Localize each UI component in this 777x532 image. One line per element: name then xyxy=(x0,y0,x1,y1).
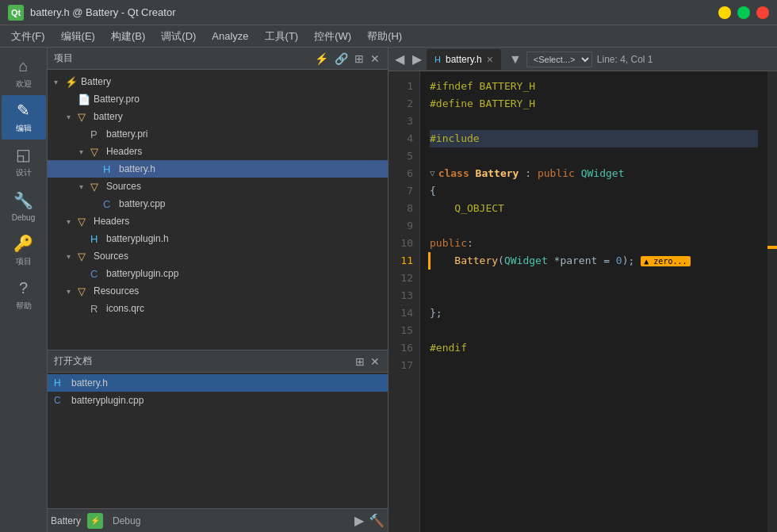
tree-expand-arrow[interactable]: ▾ xyxy=(67,217,78,226)
left-column: 项目 ⚡ 🔗 ⊞ ✕ ▾⚡Battery📄Battery.pro▾▽batter… xyxy=(48,48,388,532)
tree-item-label: Sources xyxy=(94,251,128,262)
symbol-selector[interactable]: <Select...> xyxy=(526,52,592,67)
tree-expand-arrow[interactable]: ▾ xyxy=(54,78,65,86)
open-docs-split-button[interactable]: ⊞ xyxy=(354,354,366,369)
app-icon: Qt xyxy=(8,5,24,21)
run-button[interactable]: ▶ xyxy=(354,513,364,528)
link-button[interactable]: 🔗 xyxy=(333,51,350,67)
battery-icon: ⚡ xyxy=(87,513,103,529)
editor-area: ◀ ▶ H battery.h × ▼ <Select...> Line: 4,… xyxy=(388,48,777,532)
code-line: #endif xyxy=(430,339,758,357)
sidebar-item-project[interactable]: 🔑项目 xyxy=(2,228,46,273)
tab-close-button[interactable]: × xyxy=(487,53,493,66)
line-col-info: Line: 4, Col 1 xyxy=(594,54,656,65)
tree-item[interactable]: ▾▽Sources xyxy=(48,178,388,195)
warning-indicator xyxy=(428,252,431,270)
sidebar-item-design[interactable]: ◱设计 xyxy=(2,140,46,184)
tree-item[interactable]: Hbatteryplugin.h xyxy=(48,230,388,247)
tree-expand-arrow[interactable]: ▾ xyxy=(67,287,78,296)
code-line xyxy=(430,270,758,287)
sidebar-label-design: 设计 xyxy=(16,167,32,178)
tree-item[interactable]: Cbattery.cpp xyxy=(48,195,388,212)
file-type-icon: H xyxy=(103,163,116,175)
tree-item-label: Headers xyxy=(106,146,142,157)
tree-item[interactable]: ▾⚡Battery xyxy=(48,73,388,90)
left-top: 项目 ⚡ 🔗 ⊞ ✕ ▾⚡Battery📄Battery.pro▾▽batter… xyxy=(48,48,388,350)
help-icon: ? xyxy=(19,279,28,297)
tab-menu-button[interactable]: ▼ xyxy=(506,51,525,68)
debug-icon: 🔧 xyxy=(13,191,33,210)
doc-file-icon: H xyxy=(54,377,67,388)
tree-item-label: batteryplugin.h xyxy=(106,233,169,244)
code-line: #ifndef BATTERY_H xyxy=(430,78,758,95)
doc-item-label: battery.h xyxy=(71,377,108,388)
menu-item-e[interactable]: 编辑(E) xyxy=(53,26,103,47)
menu-item-b[interactable]: 构建(B) xyxy=(103,26,153,47)
sidebar-item-welcome[interactable]: ⌂欢迎 xyxy=(2,51,46,95)
warning-badge[interactable]: ▲ zero... xyxy=(641,256,690,266)
tree-item[interactable]: Ricons.qrc xyxy=(48,300,388,317)
file-type-icon: P xyxy=(90,128,103,140)
line-number: 7 xyxy=(388,182,413,200)
menu-item-d[interactable]: 调试(D) xyxy=(153,26,204,47)
file-type-icon: C xyxy=(103,198,116,210)
tree-item[interactable]: ▾▽Resources xyxy=(48,282,388,300)
back-button[interactable]: ◀ xyxy=(392,50,408,68)
tree-item-label: Resources xyxy=(94,285,139,297)
tree-item-label: Battery xyxy=(81,76,111,87)
menu-item-t[interactable]: 工具(T) xyxy=(257,26,307,47)
menu-item-f[interactable]: 文件(F) xyxy=(3,26,53,47)
menu-item-h[interactable]: 帮助(H) xyxy=(359,26,410,47)
code-line: { xyxy=(430,182,758,200)
tree-item[interactable]: 📄Battery.pro xyxy=(48,90,388,108)
close-panel-button[interactable]: ✕ xyxy=(369,51,381,67)
editor-tab-battery-h[interactable]: H battery.h × xyxy=(427,49,501,70)
sidebar-item-edit[interactable]: ✎编辑 xyxy=(2,95,46,140)
fold-arrow-icon[interactable]: ▽ xyxy=(430,165,435,182)
left-sidebar: ⌂欢迎✎编辑◱设计🔧Debug🔑项目?帮助 xyxy=(0,48,48,532)
filter-button[interactable]: ⚡ xyxy=(313,51,330,67)
code-line: ▽class Battery : public QWidget xyxy=(430,165,758,182)
split-button[interactable]: ⊞ xyxy=(353,51,366,67)
sidebar-item-help[interactable]: ?帮助 xyxy=(2,273,46,317)
edit-icon: ✎ xyxy=(17,101,30,120)
editor-tabs: ◀ ▶ H battery.h × ▼ <Select...> Line: 4,… xyxy=(388,48,777,71)
sidebar-item-debug[interactable]: 🔧Debug xyxy=(2,184,46,228)
tree-item[interactable]: ▾▽battery xyxy=(48,108,388,125)
file-type-icon: ⚡ xyxy=(65,76,78,88)
open-doc-item[interactable]: Hbattery.h xyxy=(48,374,388,392)
battery-label: Battery xyxy=(51,515,81,526)
open-doc-item[interactable]: Cbatteryplugin.cpp xyxy=(48,392,388,409)
line-number: 13 xyxy=(388,287,413,304)
tree-expand-arrow[interactable]: ▾ xyxy=(79,147,90,156)
tree-expand-arrow[interactable]: ▾ xyxy=(67,113,78,121)
line-number: 9 xyxy=(388,217,413,235)
line-number: 11 xyxy=(388,252,413,270)
forward-button[interactable]: ▶ xyxy=(409,50,425,68)
maximize-button[interactable] xyxy=(737,6,750,19)
tree-item[interactable]: Cbatteryplugin.cpp xyxy=(48,265,388,282)
open-docs-close-button[interactable]: ✕ xyxy=(369,354,381,369)
close-button[interactable] xyxy=(756,6,769,19)
tree-item[interactable]: Pbattery.pri xyxy=(48,125,388,143)
tree-item[interactable]: ▾▽Headers xyxy=(48,212,388,230)
project-tree: ▾⚡Battery📄Battery.pro▾▽batteryPbattery.p… xyxy=(48,70,388,350)
tree-item-label: battery.cpp xyxy=(119,198,165,209)
tree-expand-arrow[interactable]: ▾ xyxy=(79,182,90,191)
menu-item-analyze[interactable]: Analyze xyxy=(204,27,256,45)
line-number: 4 xyxy=(388,130,413,147)
line-number: 8 xyxy=(388,200,413,217)
code-editor[interactable]: #ifndef BATTERY_H#define BATTERY_H#inclu… xyxy=(420,71,767,532)
tree-item[interactable]: Hbattery.h xyxy=(48,160,388,178)
open-docs-buttons: ⊞ ✕ xyxy=(354,355,381,368)
line-number: 3 xyxy=(388,113,413,130)
tree-item[interactable]: ▾▽Sources xyxy=(48,247,388,265)
tree-item[interactable]: ▾▽Headers xyxy=(48,143,388,160)
tree-expand-arrow[interactable]: ▾ xyxy=(67,252,78,261)
menu-item-w[interactable]: 控件(W) xyxy=(306,26,359,47)
right-gutter xyxy=(767,71,777,532)
minimize-button[interactable] xyxy=(718,6,731,19)
line-number: 6 xyxy=(388,165,413,182)
build-button[interactable]: 🔨 xyxy=(369,513,385,528)
line-number: 12 xyxy=(388,270,413,287)
